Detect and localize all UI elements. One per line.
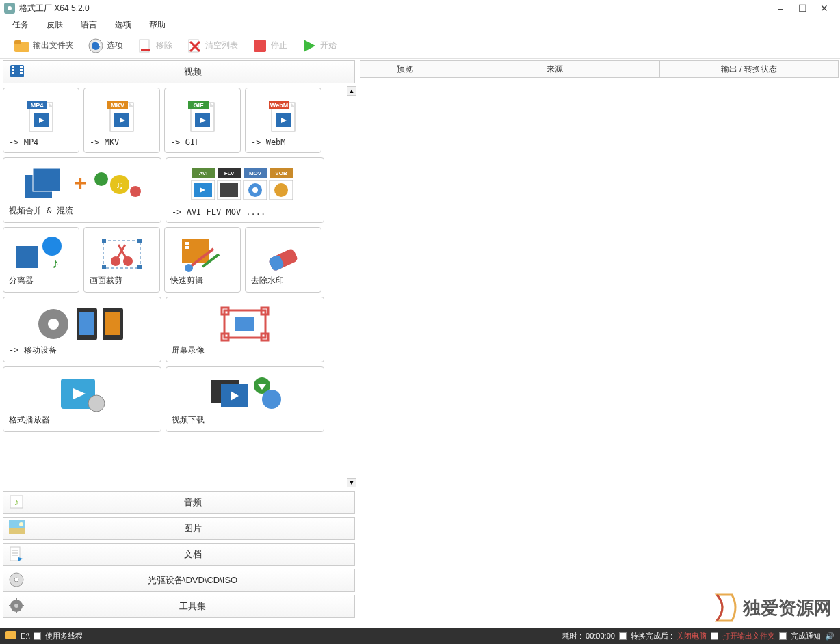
to-gif-icon: GIF xyxy=(170,94,235,137)
svg-rect-100 xyxy=(235,317,254,331)
tile-video-download[interactable]: 视频下载 xyxy=(166,366,324,432)
category-picture[interactable]: 图片 xyxy=(3,517,355,540)
open-folder-label: 打开输出文件夹 xyxy=(722,631,775,641)
svg-rect-7 xyxy=(141,49,150,51)
col-status[interactable]: 输出 / 转换状态 xyxy=(660,61,838,77)
maximize-button[interactable]: ☐ xyxy=(798,3,807,13)
svg-rect-83 xyxy=(185,246,189,249)
category-audio-label: 音频 xyxy=(31,496,354,509)
svg-rect-65 xyxy=(220,183,238,197)
close-button[interactable]: ✕ xyxy=(819,3,829,13)
tile-quick-trim[interactable]: 快速剪辑 xyxy=(164,227,241,293)
tiles-scroll-up[interactable]: ▲ xyxy=(347,86,356,96)
after-convert-checkbox[interactable] xyxy=(619,632,627,640)
minimize-button[interactable]: – xyxy=(776,3,785,13)
tiles-scroll-down[interactable]: ▼ xyxy=(347,478,356,487)
svg-text:♪: ♪ xyxy=(52,256,59,271)
splitter-icon: ♪ xyxy=(9,233,73,275)
remove-icon xyxy=(137,38,153,54)
svg-point-109 xyxy=(262,390,281,409)
site-watermark: 独爱资源网 xyxy=(711,592,832,623)
svg-text:MOV: MOV xyxy=(249,170,262,176)
svg-rect-73 xyxy=(102,239,106,243)
tile-crop[interactable]: 画面裁剪 xyxy=(83,227,160,293)
shutdown-label[interactable]: 关闭电脑 xyxy=(677,631,707,641)
tile-to-mkv[interactable]: MKV -> MKV xyxy=(83,88,160,153)
svg-rect-11 xyxy=(254,40,266,52)
menu-task[interactable]: 任务 xyxy=(8,18,33,32)
svg-text:♪: ♪ xyxy=(14,496,19,507)
disc-category-icon xyxy=(9,572,25,589)
open-folder-checkbox[interactable] xyxy=(711,632,718,640)
svg-rect-128 xyxy=(5,631,16,639)
tile-label: -> MKV xyxy=(90,137,154,147)
elapsed-label: 耗时 : xyxy=(562,631,581,641)
svg-rect-14 xyxy=(12,66,14,68)
category-video[interactable]: 视频 xyxy=(3,60,355,83)
col-source[interactable]: 来源 xyxy=(449,61,660,77)
tile-label: 屏幕录像 xyxy=(172,345,318,356)
menu-help[interactable]: 帮助 xyxy=(145,18,170,32)
menu-skin[interactable]: 皮肤 xyxy=(42,18,67,32)
tile-splitter[interactable]: ♪ 分离器 xyxy=(3,227,79,293)
tile-format-player[interactable]: 格式播放器 xyxy=(3,366,161,432)
svg-rect-15 xyxy=(12,69,14,71)
output-drive[interactable]: E:\ xyxy=(21,632,29,640)
tile-screen-record[interactable]: 屏幕录像 xyxy=(166,297,324,362)
video-merge-mix-icon: +♫ xyxy=(9,163,155,205)
drive-icon xyxy=(5,631,16,641)
tile-to-avi-flv-mov[interactable]: AVIFLVMOVVOB -> AVI FLV MOV .... xyxy=(166,157,324,223)
tile-to-gif[interactable]: GIF -> GIF xyxy=(164,88,241,153)
remove-button[interactable]: 移除 xyxy=(131,36,178,55)
clear-list-button[interactable]: 清空列表 xyxy=(181,36,244,55)
svg-rect-3 xyxy=(14,40,21,44)
category-toolset[interactable]: 工具集 xyxy=(3,595,355,618)
tile-to-mp4[interactable]: MP4 -> MP4 xyxy=(3,88,79,153)
tile-label: 格式播放器 xyxy=(9,414,155,426)
start-button[interactable]: 开始 xyxy=(296,36,342,55)
tile-to-mobile[interactable]: -> 移动设备 xyxy=(3,297,161,362)
tile-label: 去除水印 xyxy=(251,275,315,286)
folder-icon xyxy=(14,38,30,54)
tile-video-merge-mix[interactable]: +♫ 视频合并 & 混流 xyxy=(3,157,161,223)
svg-rect-115 xyxy=(10,547,20,561)
svg-point-70 xyxy=(42,237,62,256)
menu-options[interactable]: 选项 xyxy=(111,18,135,32)
category-optical[interactable]: 光驱设备\DVD\CD\ISO xyxy=(3,569,355,592)
multithread-checkbox[interactable] xyxy=(34,632,41,640)
tile-remove-watermark[interactable]: 去除水印 xyxy=(245,227,321,293)
to-avi-flv-mov-icon: AVIFLVMOVVOB xyxy=(172,163,318,207)
svg-rect-19 xyxy=(20,72,23,74)
stop-icon xyxy=(252,38,268,54)
category-video-label: 视频 xyxy=(31,66,354,78)
svg-point-47 xyxy=(94,172,108,186)
output-folder-button[interactable]: 输出文件夹 xyxy=(8,36,79,55)
sound-icon[interactable]: 🔊 xyxy=(825,632,835,641)
svg-point-50 xyxy=(130,186,141,197)
to-mkv-icon: MKV xyxy=(90,94,154,137)
svg-rect-69 xyxy=(16,246,38,268)
category-audio[interactable]: ♪ 音频 xyxy=(3,491,355,514)
category-optical-label: 光驱设备\DVD\CD\ISO xyxy=(31,574,354,587)
col-preview[interactable]: 预览 xyxy=(360,61,449,77)
menu-language[interactable]: 语言 xyxy=(77,18,101,32)
svg-point-103 xyxy=(88,395,105,412)
options-button[interactable]: 选项 xyxy=(82,36,129,55)
format-player-icon xyxy=(9,373,155,414)
to-mp4-icon: MP4 xyxy=(9,94,73,137)
stop-button[interactable]: 停止 xyxy=(246,36,293,55)
category-document[interactable]: 文档 xyxy=(3,543,355,566)
notify-checkbox[interactable] xyxy=(779,632,787,640)
tile-to-webm[interactable]: WebM -> WebM xyxy=(245,88,321,153)
window-title: 格式工厂 X64 5.2.0 xyxy=(19,3,776,14)
video-download-icon xyxy=(172,373,318,414)
after-convert-label: 转换完成后 : xyxy=(631,631,672,641)
clear-icon xyxy=(186,38,202,54)
tile-label: 分离器 xyxy=(9,275,73,286)
to-webm-icon: WebM xyxy=(251,94,315,137)
svg-rect-45 xyxy=(33,168,60,191)
svg-point-68 xyxy=(274,183,288,197)
category-document-label: 文档 xyxy=(31,548,354,561)
svg-text:FLV: FLV xyxy=(224,170,235,176)
to-mobile-icon xyxy=(9,303,155,345)
